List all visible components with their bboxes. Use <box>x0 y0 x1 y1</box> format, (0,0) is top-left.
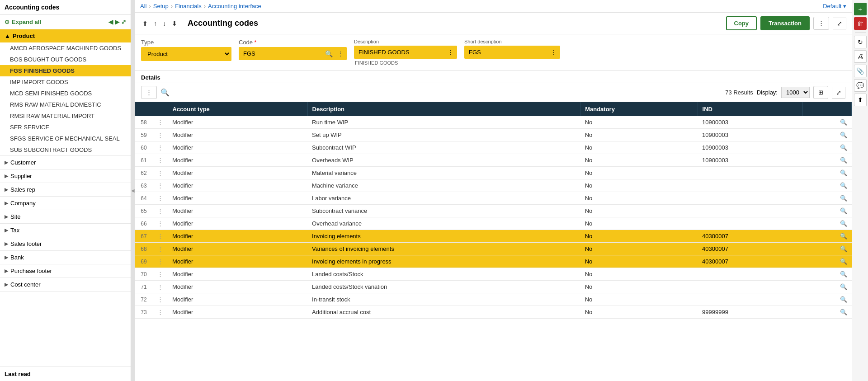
search-cell[interactable]: 🔍 <box>803 116 852 129</box>
type-select[interactable]: Product Customer Supplier <box>141 47 231 61</box>
search-cell[interactable]: 🔍 <box>803 230 852 243</box>
code-input[interactable] <box>240 48 323 59</box>
refresh-button[interactable]: ↻ <box>854 36 867 48</box>
search-cell[interactable]: 🔍 <box>803 154 852 167</box>
first-arrow[interactable]: ⬆ <box>140 19 150 28</box>
table-menu-button[interactable]: ⋮ <box>141 86 157 99</box>
table-row[interactable]: 69 ⋮ Modifier Invoicing elements in prog… <box>135 255 852 268</box>
search-cell[interactable]: 🔍 <box>803 281 852 293</box>
sidebar-item-company[interactable]: ▶Company <box>0 197 131 210</box>
table-row[interactable]: 65 ⋮ Modifier Subcontract variance No 🔍 <box>135 205 852 217</box>
sidebar-sub-item-fgs[interactable]: FGS FINISHED GOODS <box>0 65 131 76</box>
sidebar-item-customer[interactable]: ▶Customer <box>0 156 131 169</box>
search-cell[interactable]: 🔍 <box>803 268 852 281</box>
drag-handle[interactable]: ⋮ <box>153 255 168 268</box>
sidebar-item-tax[interactable]: ▶Tax <box>0 224 131 237</box>
sidebar-sub-item-amcd[interactable]: AMCD AEROSPACE MACHINED GOODS <box>0 42 131 54</box>
drag-handle[interactable]: ⋮ <box>153 281 168 293</box>
short-desc-more-icon[interactable]: ⋮ <box>548 48 559 57</box>
delete-button[interactable]: 🗑 <box>854 17 867 30</box>
table-row[interactable]: 60 ⋮ Modifier Subcontract WIP No 1090000… <box>135 141 852 154</box>
search-cell[interactable]: 🔍 <box>803 179 852 192</box>
sidebar-sub-item-bos[interactable]: BOS BOUGHT OUT GOODS <box>0 54 131 65</box>
search-cell[interactable]: 🔍 <box>803 293 852 306</box>
drag-handle[interactable]: ⋮ <box>153 167 168 179</box>
table-row[interactable]: 68 ⋮ Modifier Variances of invoicing ele… <box>135 243 852 255</box>
drag-handle[interactable]: ⋮ <box>153 116 168 129</box>
comment-button[interactable]: 💬 <box>854 79 867 92</box>
copy-button[interactable]: Copy <box>726 16 757 30</box>
table-row[interactable]: 58 ⋮ Modifier Run time WIP No 10900003 🔍 <box>135 116 852 129</box>
drag-handle[interactable]: ⋮ <box>153 293 168 306</box>
drag-handle[interactable]: ⋮ <box>153 192 168 205</box>
table-row[interactable]: 59 ⋮ Modifier Set up WIP No 10900003 🔍 <box>135 129 852 141</box>
short-desc-input[interactable] <box>465 47 548 58</box>
drag-handle[interactable]: ⋮ <box>153 129 168 141</box>
drag-handle[interactable]: ⋮ <box>153 243 168 255</box>
drag-handle[interactable]: ⋮ <box>153 217 168 230</box>
breadcrumb-all[interactable]: All <box>140 3 146 9</box>
sidebar-sub-item-imp[interactable]: IMP IMPORT GOODS <box>0 76 131 88</box>
table-row[interactable]: 72 ⋮ Modifier In-transit stock No 🔍 <box>135 293 852 306</box>
search-cell[interactable]: 🔍 <box>803 205 852 217</box>
display-select[interactable]: 1000 100 500 <box>781 87 810 98</box>
nav-prev-icon[interactable]: ◀ <box>108 19 113 25</box>
sidebar-item-site[interactable]: ▶Site <box>0 210 131 224</box>
description-more-icon[interactable]: ⋮ <box>445 48 456 57</box>
sidebar-sub-item-mcd[interactable]: MCD SEMI FINISHED GOODS <box>0 88 131 99</box>
description-input[interactable] <box>355 47 445 58</box>
table-row[interactable]: 63 ⋮ Modifier Machine variance No 🔍 <box>135 179 852 192</box>
sidebar-sub-item-sub[interactable]: SUB SUBCONTRACT GOODS <box>0 144 131 155</box>
breadcrumb-financials[interactable]: Financials <box>175 3 202 9</box>
table-expand-icon[interactable]: ⤢ <box>832 87 845 99</box>
sidebar-item-sales_rep[interactable]: ▶Sales rep <box>0 183 131 197</box>
search-cell[interactable]: 🔍 <box>803 217 852 230</box>
attach-button[interactable]: 📎 <box>854 65 867 77</box>
sidebar-sub-item-rmsi[interactable]: RMSI RAW MATERIAL IMPORT <box>0 110 131 122</box>
down-arrow[interactable]: ↓ <box>160 19 168 28</box>
table-row[interactable]: 73 ⋮ Modifier Additional accrual cost No… <box>135 306 852 319</box>
search-cell[interactable]: 🔍 <box>803 255 852 268</box>
default-button[interactable]: Default ▾ <box>823 3 846 9</box>
table-row[interactable]: 61 ⋮ Modifier Overheads WIP No 10900003 … <box>135 154 852 167</box>
table-row[interactable]: 71 ⋮ Modifier Landed costs/Stock variati… <box>135 281 852 293</box>
sidebar-item-sales_footer[interactable]: ▶Sales footer <box>0 237 131 251</box>
code-more-icon[interactable]: ⋮ <box>335 49 346 58</box>
table-row[interactable]: 70 ⋮ Modifier Landed costs/Stock No 🔍 <box>135 268 852 281</box>
search-cell[interactable]: 🔍 <box>803 306 852 319</box>
table-row[interactable]: 66 ⋮ Modifier Overhead variance No 🔍 <box>135 217 852 230</box>
transaction-button[interactable]: Transaction <box>760 16 810 30</box>
sidebar-resizer[interactable] <box>131 0 135 381</box>
search-cell[interactable]: 🔍 <box>803 192 852 205</box>
sidebar-sub-item-rms[interactable]: RMS RAW MATERIAL DOMESTIC <box>0 99 131 110</box>
expand-main-icon[interactable]: ⤢ <box>833 18 846 29</box>
drag-handle[interactable]: ⋮ <box>153 268 168 281</box>
drag-handle[interactable]: ⋮ <box>153 306 168 319</box>
up-arrow[interactable]: ↑ <box>151 19 159 28</box>
drag-handle[interactable]: ⋮ <box>153 179 168 192</box>
add-button[interactable]: + <box>854 3 867 15</box>
more-options-button[interactable]: ⋮ <box>813 17 829 30</box>
search-cell[interactable]: 🔍 <box>803 167 852 179</box>
code-search-icon[interactable]: 🔍 <box>323 49 335 58</box>
print-button[interactable]: 🖨 <box>854 50 867 63</box>
nav-next-icon[interactable]: ▶ <box>115 19 119 25</box>
search-cell[interactable]: 🔍 <box>803 243 852 255</box>
search-cell[interactable]: 🔍 <box>803 129 852 141</box>
drag-handle[interactable]: ⋮ <box>153 141 168 154</box>
layers-icon[interactable]: ⊞ <box>813 86 828 99</box>
breadcrumb-setup[interactable]: Setup <box>153 3 169 9</box>
table-row[interactable]: 62 ⋮ Modifier Material variance No 🔍 <box>135 167 852 179</box>
sidebar-item-product[interactable]: ▲ Product <box>0 29 131 42</box>
upload-button[interactable]: ⬆ <box>854 94 867 106</box>
sidebar-sub-item-sfgs[interactable]: SFGS SERVICE OF MECHANICAL SEAL <box>0 133 131 144</box>
expand-view-icon[interactable]: ⤢ <box>121 19 126 25</box>
table-row[interactable]: 64 ⋮ Modifier Labor variance No 🔍 <box>135 192 852 205</box>
table-row[interactable]: 67 ⋮ Modifier Invoicing elements No 4030… <box>135 230 852 243</box>
sidebar-item-bank[interactable]: ▶Bank <box>0 251 131 264</box>
expand-all-button[interactable]: ⊙ Expand all ◀ ▶ ⤢ <box>0 15 131 29</box>
sidebar-item-purchase_footer[interactable]: ▶Purchase footer <box>0 264 131 278</box>
drag-handle[interactable]: ⋮ <box>153 205 168 217</box>
table-search-button[interactable]: 🔍 <box>160 88 170 97</box>
sidebar-item-supplier[interactable]: ▶Supplier <box>0 169 131 183</box>
